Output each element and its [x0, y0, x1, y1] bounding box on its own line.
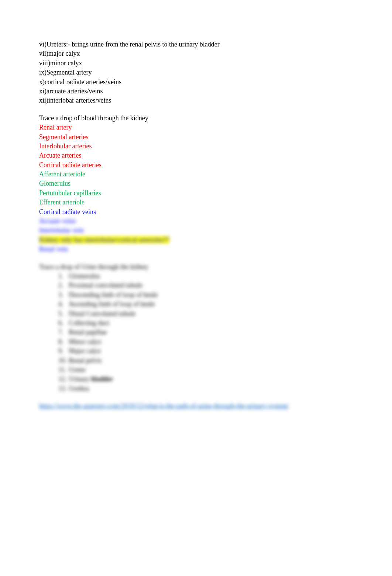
urine-path-item: Proximal convoluted tubule: [58, 281, 353, 290]
list-item: xii)interlobar arteries/veins: [39, 96, 353, 105]
urine-path-item: Descending limb of loop of henle: [58, 290, 353, 300]
urine-path-item: Collecting duct: [58, 318, 353, 328]
urine-path-item: Distal Convoluted tubule: [58, 309, 353, 318]
blood-path-list: Renal arterySegmental arteriesInterlobul…: [39, 123, 353, 254]
link-text[interactable]: https://www.the-anatomy.com/2019/12/what…: [39, 402, 289, 410]
urine-path-item: Renal papillae: [58, 328, 353, 337]
blood-path-item: Renal artery: [39, 123, 353, 132]
blood-path-item: Afferent arteriole: [39, 170, 353, 179]
list-item: xi)arcuate arteries/veins: [39, 87, 353, 96]
list-item: vi)Ureters:- brings urine from the renal…: [39, 40, 353, 49]
list-item: vii)major calyx: [39, 49, 353, 58]
blood-path-item: Glomerulus: [39, 179, 353, 188]
section-heading-urine: Trace a drop of Urine through the kidney: [39, 262, 353, 272]
blood-path-item: Interlobular vein: [39, 226, 353, 235]
reference-link[interactable]: https://www.the-anatomy.com/2019/12/what…: [39, 401, 353, 411]
list-item: ix)Segmental artery: [39, 68, 353, 77]
urine-path-item: Ascending limb of loop of henle: [58, 300, 353, 309]
blood-path-item: Arcuate arteries: [39, 151, 353, 160]
urine-path-item: Ureter: [58, 365, 353, 375]
urine-path-item: Major calyx: [58, 346, 353, 356]
blood-path-item: Kidney only has interlobular/cortical ar…: [39, 235, 353, 245]
spacer: [39, 254, 353, 262]
blood-path-item: Interlobular arteries: [39, 142, 353, 151]
blood-path-item: Cortical radiate veins: [39, 207, 353, 217]
spacer: [39, 106, 353, 114]
urine-path-item: Urethra: [58, 384, 353, 393]
structure-list: vi)Ureters:- brings urine from the renal…: [39, 40, 353, 106]
spacer: [39, 393, 353, 401]
urine-path-item: Renal pelvis: [58, 356, 353, 365]
list-item: x)cortical radiate arteries/veins: [39, 77, 353, 87]
blood-path-item: Segmental arteries: [39, 132, 353, 142]
blood-path-item: Cortical radiate arteries: [39, 161, 353, 170]
blood-path-item: Efferent arteriole: [39, 198, 353, 207]
urine-path-item: Minor calyx: [58, 337, 353, 346]
list-item: viii)minor calyx: [39, 59, 353, 68]
urine-path-item: Glomerulus: [58, 272, 353, 281]
blood-path-item: Renal vein: [39, 245, 353, 254]
urine-path-item: Urinary bladder: [58, 375, 353, 384]
section-heading-blood: Trace a drop of blood through the kidney: [39, 114, 353, 123]
urine-path-list: GlomerulusProximal convoluted tubuleDesc…: [39, 272, 353, 393]
blood-path-item: Pertutubular capillaries: [39, 189, 353, 198]
document-page: vi)Ureters:- brings urine from the renal…: [0, 0, 392, 433]
blood-path-item: Arcuate veins: [39, 217, 353, 226]
